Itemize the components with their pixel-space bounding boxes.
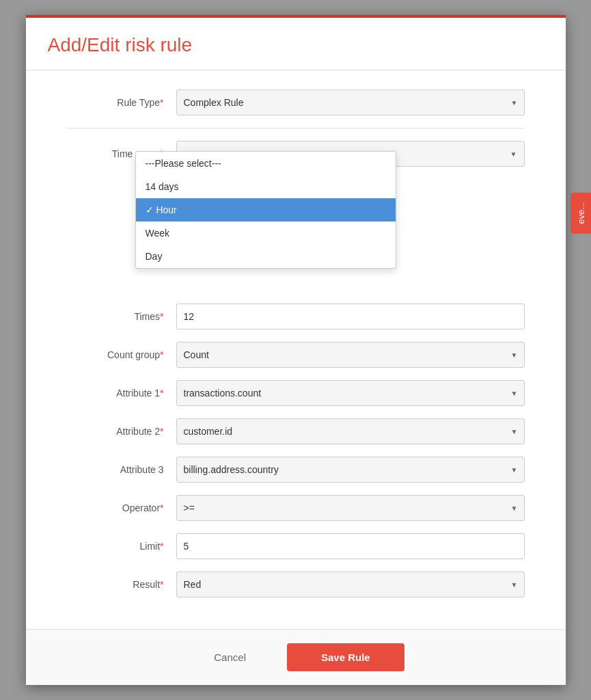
form-divider bbox=[67, 128, 525, 129]
attribute2-select-wrapper[interactable]: customer.id customer.email bbox=[176, 418, 525, 444]
cancel-button[interactable]: Cancel bbox=[187, 643, 273, 671]
dropdown-item-week[interactable]: Week bbox=[136, 221, 396, 245]
modal-footer: Cancel Save Rule bbox=[26, 629, 566, 685]
limit-input[interactable] bbox=[176, 533, 525, 559]
time-group-dropdown: ---Please select--- 14 days Hour Week Da… bbox=[135, 151, 396, 269]
operator-row: Operator* >= <= > < = bbox=[67, 495, 525, 521]
result-label: Result* bbox=[67, 579, 176, 590]
attribute2-row: Attribute 2* customer.id customer.email bbox=[67, 418, 525, 444]
dropdown-item-14days[interactable]: 14 days bbox=[136, 175, 396, 198]
rule-type-row: Rule Type* Complex Rule Simple Rule bbox=[67, 90, 525, 116]
attribute2-select[interactable]: customer.id customer.email bbox=[176, 418, 525, 444]
operator-label: Operator* bbox=[67, 502, 176, 513]
times-input[interactable] bbox=[176, 304, 525, 329]
rule-type-select-wrapper[interactable]: Complex Rule Simple Rule bbox=[176, 90, 525, 116]
attribute3-select-wrapper[interactable]: billing.address.country billing.address.… bbox=[176, 457, 525, 483]
count-group-label: Count group* bbox=[67, 349, 176, 360]
dropdown-item-hour[interactable]: Hour bbox=[136, 198, 396, 221]
limit-row: Limit* bbox=[67, 533, 525, 559]
attribute1-row: Attribute 1* transactions.count transact… bbox=[67, 380, 525, 406]
dropdown-item-please-select[interactable]: ---Please select--- bbox=[136, 152, 396, 175]
rule-type-select[interactable]: Complex Rule Simple Rule bbox=[176, 90, 525, 116]
result-select-wrapper[interactable]: Red Green Yellow bbox=[176, 571, 525, 597]
modal-title: Add/Edit risk rule bbox=[48, 34, 544, 56]
side-tab-label: eve... bbox=[576, 202, 586, 224]
attribute2-label: Attribute 2* bbox=[67, 426, 176, 437]
modal-body: Rule Type* Complex Rule Simple Rule Time… bbox=[26, 70, 566, 629]
attribute1-select-wrapper[interactable]: transactions.count transactions.amount bbox=[176, 380, 525, 406]
count-group-row: Count group* Count Sum Average bbox=[67, 342, 525, 368]
attribute1-select[interactable]: transactions.count transactions.amount bbox=[176, 380, 525, 406]
modal-container: eve... Add/Edit risk rule Rule Type* Com… bbox=[26, 15, 566, 685]
count-group-select[interactable]: Count Sum Average bbox=[176, 342, 525, 368]
operator-select[interactable]: >= <= > < = bbox=[176, 495, 525, 521]
time-group-arrow-icon: ▼ bbox=[510, 150, 517, 158]
modal-header: Add/Edit risk rule bbox=[26, 15, 566, 70]
side-tab[interactable]: eve... bbox=[571, 193, 592, 234]
limit-label: Limit* bbox=[67, 541, 176, 552]
count-group-select-wrapper[interactable]: Count Sum Average bbox=[176, 342, 525, 368]
attribute3-select[interactable]: billing.address.country billing.address.… bbox=[176, 457, 525, 483]
dropdown-item-day[interactable]: Day bbox=[136, 245, 396, 268]
attribute3-row: Attribute 3 billing.address.country bill… bbox=[67, 457, 525, 483]
result-row: Result* Red Green Yellow bbox=[67, 571, 525, 597]
times-label: Times* bbox=[67, 311, 176, 322]
result-select[interactable]: Red Green Yellow bbox=[176, 571, 525, 597]
attribute1-label: Attribute 1* bbox=[67, 388, 176, 399]
operator-select-wrapper[interactable]: >= <= > < = bbox=[176, 495, 525, 521]
attribute3-label: Attribute 3 bbox=[67, 464, 176, 475]
save-button[interactable]: Save Rule bbox=[287, 643, 404, 671]
times-row: Times* bbox=[67, 304, 525, 329]
rule-type-label: Rule Type* bbox=[67, 97, 176, 108]
